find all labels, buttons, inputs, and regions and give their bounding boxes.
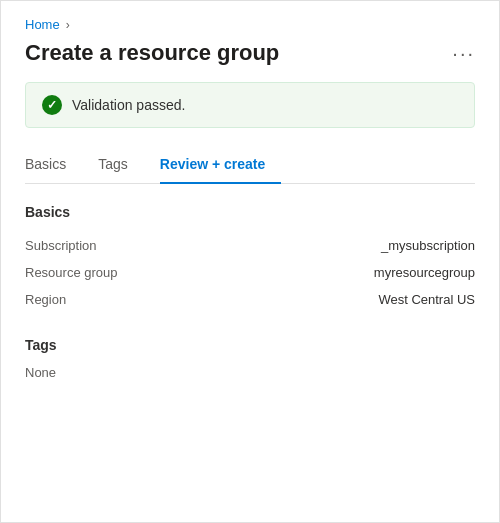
more-options-button[interactable]: ··· <box>452 42 475 65</box>
validation-text: Validation passed. <box>72 97 185 113</box>
validation-success-icon <box>42 95 62 115</box>
tabs-container: Basics Tags Review + create <box>25 148 475 184</box>
breadcrumb-home-link[interactable]: Home <box>25 17 60 32</box>
basics-section-title: Basics <box>25 204 475 220</box>
basics-section: Basics Subscription _mysubscription Reso… <box>25 204 475 313</box>
tags-none-value: None <box>25 365 475 380</box>
tags-section-title: Tags <box>25 337 475 353</box>
tab-basics[interactable]: Basics <box>25 148 82 184</box>
resource-group-value: myresourcegroup <box>374 265 475 280</box>
page-title: Create a resource group <box>25 40 279 66</box>
page-container: Home › Create a resource group ··· Valid… <box>0 0 500 523</box>
tags-section: Tags None <box>25 337 475 380</box>
breadcrumb: Home › <box>25 17 475 32</box>
tab-review-create[interactable]: Review + create <box>160 148 281 184</box>
resource-group-row: Resource group myresourcegroup <box>25 259 475 286</box>
region-label: Region <box>25 292 175 307</box>
subscription-label: Subscription <box>25 238 175 253</box>
page-header: Create a resource group ··· <box>25 40 475 66</box>
breadcrumb-separator: › <box>66 18 70 32</box>
resource-group-label: Resource group <box>25 265 175 280</box>
validation-banner: Validation passed. <box>25 82 475 128</box>
region-row: Region West Central US <box>25 286 475 313</box>
tab-tags[interactable]: Tags <box>98 148 144 184</box>
region-value: West Central US <box>378 292 475 307</box>
subscription-row: Subscription _mysubscription <box>25 232 475 259</box>
subscription-value: _mysubscription <box>381 238 475 253</box>
